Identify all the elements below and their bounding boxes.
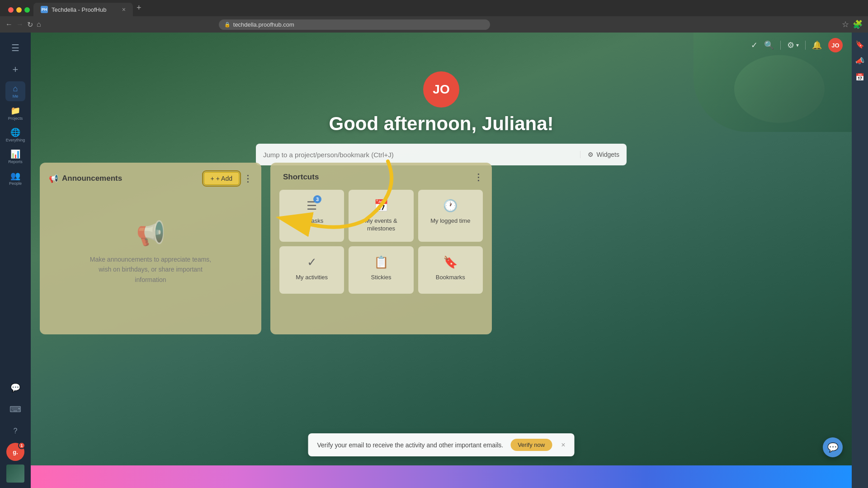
notification-close-button[interactable]: × [561, 441, 565, 449]
shortcuts-more-icon: ⋮ [474, 172, 483, 182]
my-tasks-label: My tasks [300, 217, 323, 224]
home-button[interactable]: ⌂ [37, 20, 41, 28]
help-icon: ? [14, 427, 18, 435]
shortcut-item-stickies[interactable]: 📋 Stickies [349, 246, 413, 294]
back-button[interactable]: ← [5, 20, 13, 28]
right-flag-icon: 📣 [855, 56, 864, 65]
tab-close-icon[interactable]: × [122, 6, 126, 13]
right-sidebar-item-bookmark[interactable]: 🔖 [854, 38, 866, 51]
my-events-label: My events &milestones [365, 217, 397, 233]
my-activities-icon-wrap: ✓ [307, 255, 317, 269]
search-bar: ⚙ Widgets [256, 144, 627, 165]
browser-chrome: PH Techdella - ProofHub × + ← → ↻ ⌂ 🔒 te… [0, 0, 868, 33]
shortcuts-more-button[interactable]: ⋮ [474, 172, 483, 183]
sidebar-item-help[interactable]: ? [5, 421, 25, 441]
close-traffic-light[interactable] [8, 7, 14, 13]
jump-search-input[interactable] [263, 151, 575, 159]
right-sidebar-item-flag[interactable]: 📣 [854, 54, 866, 67]
top-header-right: ✓ 🔍 ⚙ ▾ 🔔 JO [751, 38, 843, 52]
reports-icon: 📊 [10, 149, 20, 159]
search-header-button[interactable]: 🔍 [764, 40, 774, 50]
email-notification-bar: Verify your email to receive the activit… [308, 433, 575, 456]
bookmark-star-button[interactable]: ☆ [842, 19, 849, 29]
extensions-button[interactable]: 🧩 [853, 19, 863, 29]
sidebar-everything-label: Everything [6, 138, 25, 142]
shortcut-item-my-events[interactable]: 📅 My events &milestones [349, 190, 413, 242]
sidebar-item-people[interactable]: 👥 People [5, 168, 25, 188]
traffic-lights [5, 7, 33, 16]
shortcut-item-bookmarks[interactable]: 🔖 Bookmarks [418, 246, 483, 294]
announcements-more-button[interactable]: ⋮ [243, 173, 252, 184]
sidebar-item-keyboard[interactable]: ⌨ [5, 399, 25, 419]
hero-section: JO Good afternoon, Juliana! ⚙ Widgets [31, 58, 852, 173]
maximize-traffic-light[interactable] [24, 7, 30, 13]
browser-tab-active[interactable]: PH Techdella - ProofHub × [33, 3, 133, 16]
shortcut-item-my-logged-time[interactable]: 🕐 My logged time [418, 190, 483, 242]
shortcuts-title: ​ Shortcuts [279, 173, 319, 182]
bottom-gradient-bar [31, 465, 852, 488]
people-icon: 👥 [10, 171, 20, 181]
shortcut-item-my-activities[interactable]: ✓ My activities [279, 246, 344, 294]
sidebar-item-projects[interactable]: 📁 Projects [5, 103, 25, 123]
bookmarks-label: Bookmarks [436, 274, 465, 281]
home-icon: ⌂ [13, 84, 18, 94]
my-logged-time-icon-wrap: 🕐 [443, 199, 458, 213]
add-announcement-label: + Add [216, 175, 232, 182]
forward-button[interactable]: → [16, 20, 24, 28]
sidebar-item-everything[interactable]: 🌐 Everything [5, 125, 25, 145]
right-sidebar-item-calendar[interactable]: 📅 [854, 70, 866, 83]
main-content: ✓ 🔍 ⚙ ▾ 🔔 JO JO Good afternoon, Juliana! [31, 33, 852, 488]
chat-icon: 💬 [10, 383, 20, 393]
minimize-traffic-light[interactable] [16, 7, 22, 13]
sidebar-thumbnail[interactable] [6, 465, 24, 483]
keyboard-icon: ⌨ [9, 404, 21, 414]
verify-now-button[interactable]: Verify now [510, 439, 552, 451]
add-announcement-icon: + [211, 175, 214, 182]
add-announcement-button[interactable]: + + Add [203, 172, 240, 185]
sidebar-projects-label: Projects [8, 116, 23, 121]
everything-icon: 🌐 [10, 127, 20, 137]
new-tab-button[interactable]: + [133, 3, 145, 16]
notifications-button[interactable]: 🔔 [812, 40, 822, 50]
sidebar-avatar-badge: 1 [18, 442, 25, 449]
chat-float-button[interactable]: 💬 [823, 437, 843, 457]
header-divider2 [805, 41, 806, 50]
widgets-button[interactable]: ⚙ Widgets [580, 151, 619, 158]
widgets-label: Widgets [596, 151, 619, 158]
shortcut-item-my-tasks[interactable]: ☰ 3 My tasks [279, 190, 344, 242]
announcements-title: 📢 Announcements [49, 174, 122, 183]
header-divider [780, 41, 781, 50]
chat-float-icon: 💬 [827, 442, 839, 453]
tab-favicon: PH [41, 6, 48, 13]
projects-icon: 📁 [10, 106, 20, 116]
my-activities-label: My activities [296, 274, 328, 281]
header-user-avatar[interactable]: JO [828, 38, 843, 52]
sidebar-item-chat[interactable]: 💬 [5, 378, 25, 398]
bookmarks-icon-wrap: 🔖 [443, 255, 458, 269]
address-bar[interactable]: 🔒 techdella.proofhub.com [219, 19, 490, 30]
widgets-area: 📢 Announcements + + Add ⋮ [31, 163, 852, 334]
hero-avatar: JO [423, 71, 459, 108]
menu-icon: ☰ [11, 42, 19, 53]
announcements-widget: 📢 Announcements + + Add ⋮ [40, 163, 261, 334]
check-button[interactable]: ✓ [751, 40, 758, 50]
sidebar-item-menu[interactable]: ☰ [5, 38, 25, 58]
address-bar-text: techdella.proofhub.com [233, 21, 294, 28]
announcements-icon: 📢 [49, 174, 58, 183]
shortcuts-header: ​ Shortcuts ⋮ [279, 172, 483, 183]
right-bookmark-icon: 🔖 [855, 40, 864, 49]
notification-text: Verify your email to receive the activit… [317, 441, 504, 449]
settings-gear-icon: ⚙ [787, 40, 794, 50]
sidebar-user-avatar[interactable]: g. 1 [6, 443, 24, 461]
sidebar-item-me[interactable]: ⌂ Me [5, 81, 25, 101]
sidebar-item-add[interactable]: + [5, 60, 25, 80]
announcements-empty-text: Make announcements to appreciate teams, … [83, 254, 218, 285]
announcements-header: 📢 Announcements + + Add ⋮ [49, 172, 252, 185]
settings-button[interactable]: ⚙ ▾ [787, 40, 799, 50]
my-events-icon-wrap: 📅 [374, 199, 388, 213]
refresh-button[interactable]: ↻ [27, 20, 33, 29]
sidebar-reports-label: Reports [8, 160, 23, 164]
stickies-icon: 📋 [374, 255, 388, 269]
sidebar-item-reports[interactable]: 📊 Reports [5, 146, 25, 166]
shortcuts-grid: ☰ 3 My tasks 📅 My events &milestones [279, 190, 483, 294]
